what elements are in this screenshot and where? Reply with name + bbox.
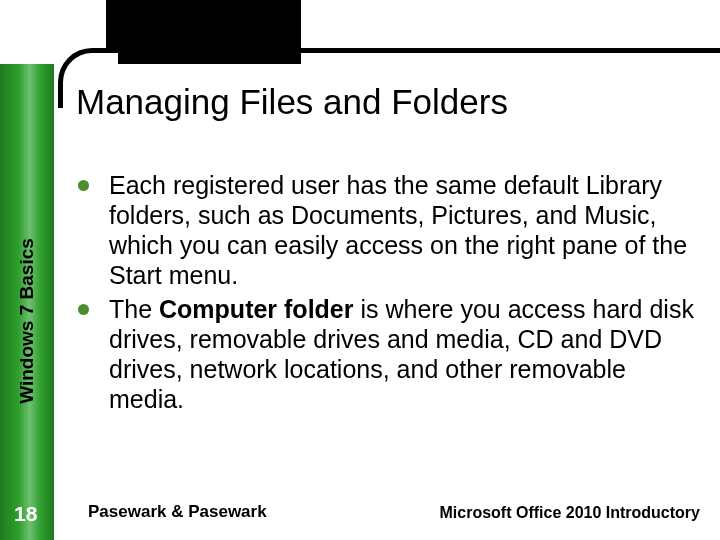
top-bar: [0, 0, 720, 64]
sidebar-label: Windows 7 Basics: [16, 238, 38, 404]
content-area: Each registered user has the same defaul…: [78, 170, 698, 418]
bullet-icon: [78, 304, 89, 315]
footer-right: Microsoft Office 2010 Introductory: [440, 504, 701, 522]
list-item: Each registered user has the same defaul…: [78, 170, 698, 290]
bullet-icon: [78, 180, 89, 191]
page-number: 18: [14, 502, 37, 526]
bullet-text: Each registered user has the same defaul…: [109, 170, 698, 290]
slide-title: Managing Files and Folders: [76, 82, 508, 122]
footer-left: Pasewark & Pasewark: [88, 502, 267, 522]
bullet-text: The Computer folder is where you access …: [109, 294, 698, 414]
bullet-bold: Computer folder: [159, 295, 353, 323]
sidebar: Windows 7 Basics 18: [0, 64, 54, 540]
list-item: The Computer folder is where you access …: [78, 294, 698, 414]
bullet-list: Each registered user has the same defaul…: [78, 170, 698, 414]
black-box-decor: [106, 0, 301, 64]
bullet-prefix: The: [109, 295, 159, 323]
slide: Windows 7 Basics 18 Managing Files and F…: [0, 0, 720, 540]
